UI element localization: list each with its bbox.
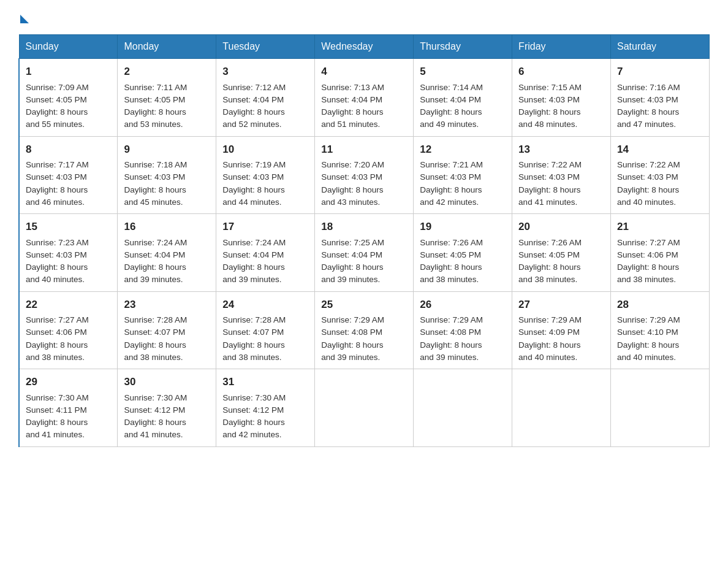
day-cell: 29Sunrise: 7:30 AMSunset: 4:11 PMDayligh… — [19, 369, 118, 447]
day-info: Sunrise: 7:22 AMSunset: 4:03 PMDaylight:… — [617, 160, 680, 207]
page-header — [18, 12, 710, 23]
day-cell: 8Sunrise: 7:17 AMSunset: 4:03 PMDaylight… — [19, 136, 118, 214]
day-info: Sunrise: 7:29 AMSunset: 4:10 PMDaylight:… — [617, 315, 680, 362]
day-number: 6 — [518, 64, 604, 80]
day-cell: 25Sunrise: 7:29 AMSunset: 4:08 PMDayligh… — [315, 291, 414, 369]
day-cell: 18Sunrise: 7:25 AMSunset: 4:04 PMDayligh… — [315, 214, 414, 292]
day-number: 5 — [420, 64, 506, 80]
day-cell — [315, 369, 414, 447]
logo — [18, 12, 29, 23]
day-number: 20 — [518, 219, 604, 235]
day-cell: 30Sunrise: 7:30 AMSunset: 4:12 PMDayligh… — [118, 369, 216, 447]
day-info: Sunrise: 7:20 AMSunset: 4:03 PMDaylight:… — [321, 160, 384, 207]
day-number: 14 — [617, 142, 703, 158]
day-info: Sunrise: 7:24 AMSunset: 4:04 PMDaylight:… — [124, 238, 187, 285]
day-number: 19 — [420, 219, 506, 235]
day-number: 26 — [420, 297, 506, 313]
header-row: SundayMondayTuesdayWednesdayThursdayFrid… — [19, 35, 710, 59]
day-cell: 4Sunrise: 7:13 AMSunset: 4:04 PMDaylight… — [315, 59, 414, 137]
day-number: 27 — [518, 297, 604, 313]
day-cell: 14Sunrise: 7:22 AMSunset: 4:03 PMDayligh… — [611, 136, 710, 214]
day-number: 7 — [617, 64, 703, 80]
day-info: Sunrise: 7:23 AMSunset: 4:03 PMDaylight:… — [26, 238, 89, 285]
header-monday: Monday — [118, 35, 216, 59]
calendar-table: SundayMondayTuesdayWednesdayThursdayFrid… — [18, 34, 710, 447]
day-number: 13 — [518, 142, 604, 158]
day-cell: 6Sunrise: 7:15 AMSunset: 4:03 PMDaylight… — [512, 59, 611, 137]
day-cell: 17Sunrise: 7:24 AMSunset: 4:04 PMDayligh… — [216, 214, 315, 292]
day-number: 12 — [420, 142, 506, 158]
day-info: Sunrise: 7:27 AMSunset: 4:06 PMDaylight:… — [617, 238, 680, 285]
week-row-1: 1Sunrise: 7:09 AMSunset: 4:05 PMDaylight… — [19, 59, 710, 137]
day-number: 3 — [222, 64, 308, 80]
day-cell: 5Sunrise: 7:14 AMSunset: 4:04 PMDaylight… — [414, 59, 512, 137]
header-sunday: Sunday — [19, 35, 118, 59]
day-cell: 10Sunrise: 7:19 AMSunset: 4:03 PMDayligh… — [216, 136, 315, 214]
day-info: Sunrise: 7:28 AMSunset: 4:07 PMDaylight:… — [222, 315, 286, 362]
day-number: 1 — [26, 64, 111, 80]
day-number: 21 — [617, 219, 703, 235]
day-number: 17 — [222, 219, 308, 235]
day-cell: 11Sunrise: 7:20 AMSunset: 4:03 PMDayligh… — [315, 136, 414, 214]
day-number: 15 — [26, 219, 111, 235]
day-number: 24 — [222, 297, 308, 313]
day-info: Sunrise: 7:24 AMSunset: 4:04 PMDaylight:… — [222, 238, 286, 285]
day-number: 31 — [222, 374, 308, 390]
day-info: Sunrise: 7:21 AMSunset: 4:03 PMDaylight:… — [420, 160, 483, 207]
day-number: 10 — [222, 142, 308, 158]
day-cell: 15Sunrise: 7:23 AMSunset: 4:03 PMDayligh… — [19, 214, 118, 292]
day-cell: 23Sunrise: 7:28 AMSunset: 4:07 PMDayligh… — [118, 291, 216, 369]
day-info: Sunrise: 7:09 AMSunset: 4:05 PMDaylight:… — [26, 83, 89, 129]
day-number: 9 — [124, 142, 210, 158]
day-number: 29 — [26, 374, 111, 390]
day-info: Sunrise: 7:25 AMSunset: 4:04 PMDaylight:… — [321, 238, 384, 285]
day-cell: 2Sunrise: 7:11 AMSunset: 4:05 PMDaylight… — [118, 59, 216, 137]
day-info: Sunrise: 7:30 AMSunset: 4:11 PMDaylight:… — [26, 393, 89, 440]
day-cell: 1Sunrise: 7:09 AMSunset: 4:05 PMDaylight… — [19, 59, 118, 137]
day-info: Sunrise: 7:16 AMSunset: 4:03 PMDaylight:… — [617, 83, 680, 129]
day-number: 2 — [124, 64, 210, 80]
day-number: 25 — [321, 297, 407, 313]
day-cell: 20Sunrise: 7:26 AMSunset: 4:05 PMDayligh… — [512, 214, 611, 292]
header-friday: Friday — [512, 35, 611, 59]
day-cell: 19Sunrise: 7:26 AMSunset: 4:05 PMDayligh… — [414, 214, 512, 292]
day-number: 4 — [321, 64, 407, 80]
day-info: Sunrise: 7:11 AMSunset: 4:05 PMDaylight:… — [124, 83, 187, 129]
day-number: 30 — [124, 374, 210, 390]
day-info: Sunrise: 7:19 AMSunset: 4:03 PMDaylight:… — [222, 160, 286, 207]
day-info: Sunrise: 7:29 AMSunset: 4:08 PMDaylight:… — [321, 315, 384, 362]
day-number: 22 — [26, 297, 111, 313]
day-cell: 3Sunrise: 7:12 AMSunset: 4:04 PMDaylight… — [216, 59, 315, 137]
day-info: Sunrise: 7:26 AMSunset: 4:05 PMDaylight:… — [518, 238, 582, 285]
day-info: Sunrise: 7:13 AMSunset: 4:04 PMDaylight:… — [321, 83, 384, 129]
calendar-body: 1Sunrise: 7:09 AMSunset: 4:05 PMDaylight… — [19, 59, 710, 447]
week-row-5: 29Sunrise: 7:30 AMSunset: 4:11 PMDayligh… — [19, 369, 710, 447]
week-row-2: 8Sunrise: 7:17 AMSunset: 4:03 PMDaylight… — [19, 136, 710, 214]
day-cell: 22Sunrise: 7:27 AMSunset: 4:06 PMDayligh… — [19, 291, 118, 369]
header-thursday: Thursday — [414, 35, 512, 59]
day-info: Sunrise: 7:15 AMSunset: 4:03 PMDaylight:… — [518, 83, 582, 129]
day-cell: 13Sunrise: 7:22 AMSunset: 4:03 PMDayligh… — [512, 136, 611, 214]
day-info: Sunrise: 7:30 AMSunset: 4:12 PMDaylight:… — [222, 393, 286, 440]
day-cell: 26Sunrise: 7:29 AMSunset: 4:08 PMDayligh… — [414, 291, 512, 369]
week-row-3: 15Sunrise: 7:23 AMSunset: 4:03 PMDayligh… — [19, 214, 710, 292]
day-info: Sunrise: 7:29 AMSunset: 4:09 PMDaylight:… — [518, 315, 582, 362]
day-info: Sunrise: 7:22 AMSunset: 4:03 PMDaylight:… — [518, 160, 582, 207]
header-tuesday: Tuesday — [216, 35, 315, 59]
day-cell — [414, 369, 512, 447]
day-cell: 12Sunrise: 7:21 AMSunset: 4:03 PMDayligh… — [414, 136, 512, 214]
calendar-header: SundayMondayTuesdayWednesdayThursdayFrid… — [19, 35, 710, 59]
day-info: Sunrise: 7:27 AMSunset: 4:06 PMDaylight:… — [26, 315, 89, 362]
day-info: Sunrise: 7:18 AMSunset: 4:03 PMDaylight:… — [124, 160, 187, 207]
day-cell: 28Sunrise: 7:29 AMSunset: 4:10 PMDayligh… — [611, 291, 710, 369]
day-number: 23 — [124, 297, 210, 313]
day-cell: 9Sunrise: 7:18 AMSunset: 4:03 PMDaylight… — [118, 136, 216, 214]
day-cell: 21Sunrise: 7:27 AMSunset: 4:06 PMDayligh… — [611, 214, 710, 292]
day-cell: 7Sunrise: 7:16 AMSunset: 4:03 PMDaylight… — [611, 59, 710, 137]
day-cell: 16Sunrise: 7:24 AMSunset: 4:04 PMDayligh… — [118, 214, 216, 292]
day-info: Sunrise: 7:17 AMSunset: 4:03 PMDaylight:… — [26, 160, 89, 207]
day-number: 8 — [26, 142, 111, 158]
header-wednesday: Wednesday — [315, 35, 414, 59]
day-info: Sunrise: 7:12 AMSunset: 4:04 PMDaylight:… — [222, 83, 286, 129]
day-info: Sunrise: 7:29 AMSunset: 4:08 PMDaylight:… — [420, 315, 483, 362]
